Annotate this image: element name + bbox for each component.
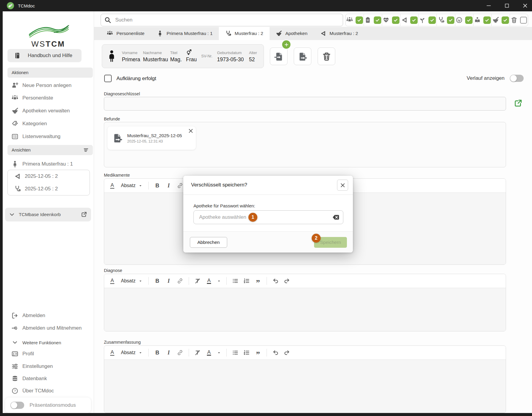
- bullet-list-button[interactable]: [230, 348, 240, 358]
- redo-button[interactable]: [282, 276, 292, 286]
- seedling-checkbox[interactable]: [428, 16, 436, 24]
- verlauf-toggle[interactable]: [510, 75, 524, 82]
- diagnoseschluessel-input[interactable]: [104, 97, 506, 111]
- italic-button[interactable]: I: [164, 276, 174, 286]
- italic-button[interactable]: I: [164, 181, 174, 191]
- stethoscope-icon: [225, 30, 231, 36]
- people-checkbox[interactable]: [356, 16, 363, 24]
- tongue-checkbox[interactable]: [465, 16, 473, 24]
- sidebar-item-kategorien[interactable]: Kategorien: [3, 118, 94, 129]
- external-link-icon[interactable]: [514, 99, 522, 108]
- dialog-close-button[interactable]: [337, 180, 348, 191]
- sidebar-item-handbuch[interactable]: Handbuch und Hilfe: [7, 49, 82, 62]
- heart-checkbox[interactable]: [392, 16, 399, 24]
- tab-primera-musterfrau[interactable]: Primera Musterfrau : 1: [151, 27, 219, 40]
- stethoscope-checkbox[interactable]: [447, 16, 454, 24]
- redo-button[interactable]: [282, 348, 292, 358]
- delete-button[interactable]: [318, 48, 335, 65]
- export-document-button[interactable]: [294, 48, 311, 65]
- filter-icon[interactable]: [83, 147, 89, 153]
- link-button[interactable]: [175, 276, 185, 286]
- text-style-button[interactable]: A: [107, 181, 117, 191]
- reader-checkbox[interactable]: [483, 16, 491, 24]
- maximize-button[interactable]: [500, 0, 514, 11]
- tab-apotheken[interactable]: Apotheken: [270, 27, 314, 40]
- text-color-dropdown[interactable]: [215, 348, 223, 358]
- sidebar-item-listenverwaltung[interactable]: Listenverwaltung: [3, 131, 94, 142]
- tab-personenliste[interactable]: Personenliste: [101, 27, 151, 40]
- sidebar-view-share-entry[interactable]: 2025-12-05 : 2: [8, 170, 90, 183]
- link-button[interactable]: [175, 348, 185, 358]
- undo-button[interactable]: [270, 348, 281, 358]
- sidebar-item-profil[interactable]: Profil: [3, 348, 94, 359]
- zusammenfassung-editor-content[interactable]: [104, 360, 506, 413]
- app-logo-icon: [7, 2, 14, 10]
- clear-input-icon[interactable]: [332, 214, 339, 221]
- presentation-mode-toggle[interactable]: [10, 402, 24, 409]
- remove-befund-icon[interactable]: [188, 128, 193, 134]
- import-document-button[interactable]: [270, 48, 287, 65]
- italic-button[interactable]: I: [164, 348, 174, 358]
- paragraph-style-dropdown[interactable]: Absatz: [119, 350, 145, 355]
- clear-format-button[interactable]: [193, 276, 203, 286]
- text-style-button[interactable]: A: [107, 276, 117, 286]
- bold-button[interactable]: B: [152, 181, 162, 191]
- sidebar-view-person[interactable]: Primera Musterfrau : 1: [3, 159, 94, 169]
- befunde-container: Musterfrau_S2_2025-12-05 2025-12-05, 12:…: [104, 122, 506, 167]
- text-color-button[interactable]: A: [204, 276, 214, 286]
- mortar-checkbox[interactable]: [502, 16, 509, 24]
- step-badge-2: 2: [312, 234, 321, 243]
- sidebar-item-ideenkorb[interactable]: TCMbase Ideenkorb: [5, 208, 91, 221]
- ordered-list-button[interactable]: [242, 276, 252, 286]
- bullet-list-button[interactable]: [230, 276, 240, 286]
- text-color-dropdown[interactable]: [215, 276, 223, 286]
- share-checkbox[interactable]: [410, 16, 418, 24]
- undo-button[interactable]: [270, 276, 281, 286]
- field-geburtsdatum: Geburtsdatum 1973-05-30: [217, 50, 245, 63]
- diagnose-editor-content[interactable]: [104, 288, 506, 331]
- blockquote-button[interactable]: ”: [253, 348, 263, 358]
- tab-musterfrau-akupunktur[interactable]: Musterfrau : 2: [314, 27, 365, 40]
- undo-icon: [273, 278, 279, 284]
- bold-button[interactable]: B: [152, 348, 162, 358]
- clear-format-button[interactable]: [193, 348, 203, 358]
- tab-musterfrau-untersuchung[interactable]: Musterfrau : 2: [219, 27, 270, 40]
- history-row: Verlauf anzeigen: [467, 75, 524, 82]
- sidebar-item-ueber-tcmdoc[interactable]: Über TCMdoc: [3, 386, 94, 396]
- person-summary-card: Vorname Primera Nachname Musterfrau Tite…: [102, 44, 264, 68]
- bold-button[interactable]: B: [152, 276, 162, 286]
- book-icon: [14, 52, 21, 59]
- sidebar-item-neue-person[interactable]: Neue Person anlegen: [3, 80, 94, 91]
- clipboard-icon: [365, 17, 371, 23]
- text-style-button[interactable]: A: [107, 348, 117, 358]
- sidebar: WSTCM Handbuch und Hilfe Aktionen Neue P…: [3, 11, 94, 413]
- sidebar-item-weitere-funktionen[interactable]: Weitere Funktionen: [3, 337, 94, 348]
- paragraph-style-dropdown[interactable]: Absatz: [119, 278, 145, 284]
- apotheke-select-field[interactable]: [193, 210, 343, 224]
- ordered-list-button[interactable]: [242, 348, 252, 358]
- trash-checkbox[interactable]: [520, 17, 527, 24]
- caret-down-icon: [139, 184, 142, 188]
- paragraph-style-dropdown[interactable]: Absatz: [119, 183, 145, 188]
- sidebar-item-einstellungen[interactable]: Einstellungen: [3, 361, 94, 372]
- apotheke-select-input[interactable]: [199, 214, 332, 221]
- clipboard-checkbox[interactable]: [374, 16, 381, 24]
- cancel-button[interactable]: Abbrechen: [190, 237, 227, 248]
- search-input[interactable]: [115, 17, 339, 23]
- sidebar-item-abmelden-mitnehmen[interactable]: Abmelden und Mitnehmen: [3, 323, 94, 334]
- aufklaerung-checkbox[interactable]: [104, 75, 112, 82]
- minimize-button[interactable]: [482, 0, 496, 11]
- sidebar-view-stethoscope-entry[interactable]: 2025-12-05 : 2: [8, 183, 90, 195]
- befund-file-card[interactable]: Musterfrau_S2_2025-12-05 2025-12-05, 12:…: [107, 126, 196, 150]
- befund-file-timestamp: 2025-12-05, 12:31:43: [127, 139, 182, 143]
- close-window-button[interactable]: [518, 0, 532, 11]
- sidebar-item-personenliste[interactable]: Personenliste: [3, 93, 94, 103]
- blockquote-button[interactable]: ”: [253, 276, 263, 286]
- wstcm-logo: WSTCM: [3, 25, 94, 49]
- sidebar-item-apotheken[interactable]: Apotheken verwalten: [3, 105, 94, 116]
- sidebar-item-abmelden[interactable]: Abmelden: [3, 310, 94, 321]
- people-group-icon: [346, 17, 353, 23]
- sidebar-item-datenbank[interactable]: Datenbank: [3, 373, 94, 384]
- text-color-button[interactable]: A: [204, 348, 214, 358]
- external-link-icon[interactable]: [81, 212, 87, 218]
